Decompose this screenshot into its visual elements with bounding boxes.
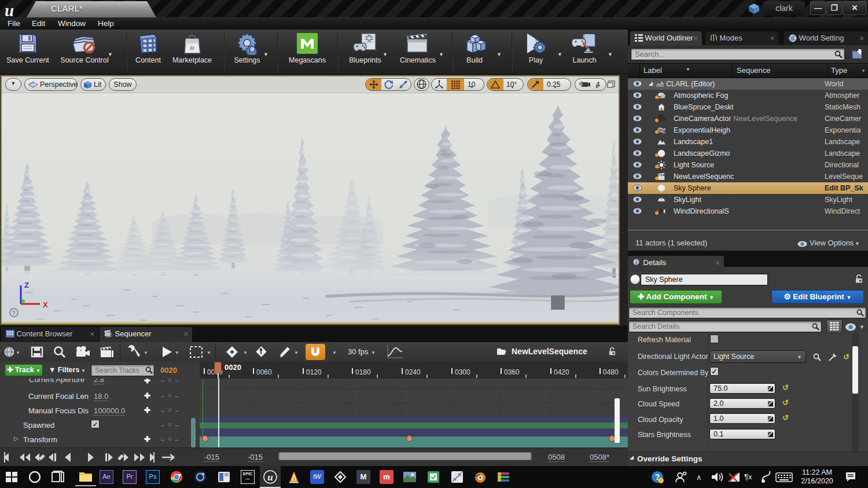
svg-text:¶x: ¶x <box>744 472 752 481</box>
svg-text:u: u <box>190 43 194 52</box>
svg-text:?: ? <box>12 310 16 317</box>
svg-text:u: u <box>267 472 273 483</box>
svg-text:X: X <box>43 300 48 309</box>
svg-text:Z: Z <box>24 281 29 289</box>
